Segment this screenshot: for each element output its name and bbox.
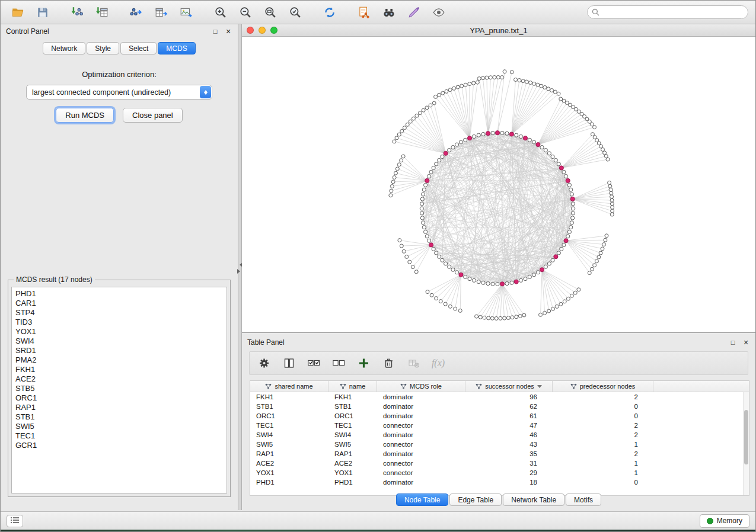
tab-node-table[interactable]: Node Table [396, 493, 449, 506]
float-table-panel-icon[interactable]: □ [729, 339, 737, 346]
table-row[interactable]: SWI5SWI5connector431 [250, 440, 749, 449]
table-row[interactable]: STB1STB1dominator620 [250, 402, 749, 411]
network-from-selection-icon [358, 6, 371, 19]
network-title: YPA_prune.txt_1 [242, 26, 755, 35]
search-input[interactable] [587, 5, 748, 19]
table-row[interactable]: YOX1YOX1connector291 [250, 468, 749, 477]
cell-name: TEC1 [328, 422, 377, 429]
table-row[interactable]: PHD1PHD1dominator180 [250, 477, 749, 487]
tab-motifs[interactable]: Motifs [566, 493, 601, 506]
panel-menu-button[interactable] [7, 515, 23, 527]
float-panel-icon[interactable]: □ [211, 28, 219, 35]
table-row[interactable]: ORC1ORC1dominator610 [250, 411, 749, 421]
close-window-button[interactable] [247, 27, 254, 34]
zoom-fit-button[interactable] [260, 4, 280, 21]
mcds-result-item[interactable]: RAP1 [15, 403, 223, 412]
cell-shared-name: FKH1 [250, 393, 328, 400]
table-row[interactable]: SWI4SWI4dominator462 [250, 430, 749, 440]
import-network-button[interactable] [67, 4, 87, 21]
tab-network-table[interactable]: Network Table [503, 493, 564, 506]
select-all-rows-button[interactable] [307, 355, 321, 371]
column-type-icon [265, 383, 272, 389]
open-session-button[interactable] [8, 4, 28, 21]
network-from-selection-button[interactable] [354, 4, 374, 21]
export-table-button[interactable] [151, 4, 171, 21]
column-header-shared-name[interactable]: shared name [250, 381, 328, 392]
control-panel-tabs: NetworkStyleSelectMCDS [1, 42, 238, 55]
memory-button[interactable]: Memory [700, 514, 749, 528]
zoom-out-button[interactable] [235, 4, 256, 21]
mcds-result-item[interactable]: YOX1 [15, 327, 223, 336]
column-header-predecessor-nodes[interactable]: predecessor nodes [553, 381, 653, 392]
close-panel-icon[interactable]: ✕ [224, 28, 232, 36]
mcds-result-item[interactable]: CAR1 [15, 299, 223, 308]
apply-style-button[interactable] [404, 4, 424, 21]
show-graphics-button[interactable] [429, 4, 449, 21]
add-column-button[interactable] [356, 355, 371, 371]
table-settings-button[interactable] [257, 355, 271, 371]
mcds-result-item[interactable]: PMA2 [15, 355, 223, 365]
list-menu-icon [10, 517, 20, 525]
tab-mcds[interactable]: MCDS [158, 42, 195, 55]
tab-edge-table[interactable]: Edge Table [449, 493, 502, 506]
mcds-result-item[interactable]: SRD1 [15, 346, 223, 355]
export-table-icon [155, 6, 168, 19]
close-table-panel-icon[interactable]: ✕ [742, 339, 750, 347]
search-box [587, 5, 748, 19]
save-session-button[interactable] [33, 4, 53, 21]
table-row[interactable]: RAP1RAP1dominator352 [250, 449, 749, 459]
run-mcds-button[interactable]: Run MCDS [56, 108, 114, 123]
mcds-result-item[interactable]: FKH1 [15, 365, 223, 374]
minimize-window-button[interactable] [259, 27, 266, 34]
import-table-button[interactable] [92, 4, 112, 21]
mcds-result-item[interactable]: STB5 [15, 384, 223, 393]
mcds-result-item[interactable]: ORC1 [15, 393, 223, 403]
zoom-in-button[interactable] [210, 4, 231, 21]
export-network-button[interactable] [126, 4, 146, 21]
mcds-result-item[interactable]: PHD1 [15, 289, 223, 299]
deselect-all-rows-button[interactable] [331, 355, 346, 371]
column-header-successor-nodes[interactable]: successor nodes [465, 381, 553, 392]
table-row[interactable]: ACE2ACE2connector311 [250, 459, 749, 468]
scrollbar-thumb[interactable] [744, 410, 748, 464]
tab-select[interactable]: Select [120, 42, 157, 55]
application-window: Control Panel □ ✕ NetworkStyleSelectMCDS… [0, 0, 756, 532]
network-titlebar[interactable]: YPA_prune.txt_1 [242, 24, 755, 37]
mcds-result-item[interactable]: TEC1 [15, 431, 223, 441]
tab-network[interactable]: Network [43, 42, 85, 55]
mcds-result-item[interactable]: TID3 [15, 318, 223, 327]
cell-predecessor-nodes: 2 [553, 431, 653, 438]
mcds-result-item[interactable]: SWI4 [15, 336, 223, 346]
window-controls [247, 27, 277, 34]
mcds-result-item[interactable]: GCR1 [15, 441, 223, 450]
cell-name: ACE2 [328, 460, 377, 467]
splitter-collapse-icons[interactable] [238, 262, 241, 274]
table-row[interactable]: TEC1TEC1connector472 [250, 421, 749, 430]
close-panel-button[interactable]: Close panel [123, 108, 183, 123]
refresh-view-button[interactable] [320, 4, 340, 21]
mcds-result-item[interactable]: ACE2 [15, 374, 223, 384]
delete-column-button[interactable] [381, 355, 395, 371]
cell-predecessor-nodes: 1 [553, 460, 653, 467]
table-scrollbar[interactable] [743, 392, 749, 495]
mcds-result-item[interactable]: STP4 [15, 308, 223, 318]
mcds-result-item[interactable]: STB1 [15, 412, 223, 422]
cell-predecessor-nodes: 1 [553, 469, 653, 476]
mcds-result-list[interactable]: PHD1CAR1STP4TID3YOX1SWI4SRD1PMA2FKH1ACE2… [11, 287, 227, 493]
table-row[interactable]: FKH1FKH1dominator962 [250, 392, 749, 402]
find-button[interactable] [379, 4, 399, 21]
column-header-MCDS-role[interactable]: MCDS role [377, 381, 465, 392]
column-visibility-button[interactable] [282, 355, 296, 371]
zoom-selected-button[interactable] [285, 4, 305, 21]
network-graph[interactable] [242, 37, 755, 332]
mcds-result-item[interactable]: SWI5 [15, 422, 223, 431]
tab-style[interactable]: Style [87, 42, 119, 55]
network-view[interactable] [242, 37, 755, 332]
export-image-button[interactable] [176, 4, 196, 21]
cell-name: RAP1 [328, 450, 377, 457]
zoom-out-icon [239, 6, 252, 19]
column-header-name[interactable]: name [328, 381, 377, 392]
panel-splitter[interactable] [238, 24, 242, 510]
optimization-criterion-select[interactable]: largest connected component (undirected) [26, 85, 212, 100]
zoom-window-button[interactable] [270, 27, 277, 34]
